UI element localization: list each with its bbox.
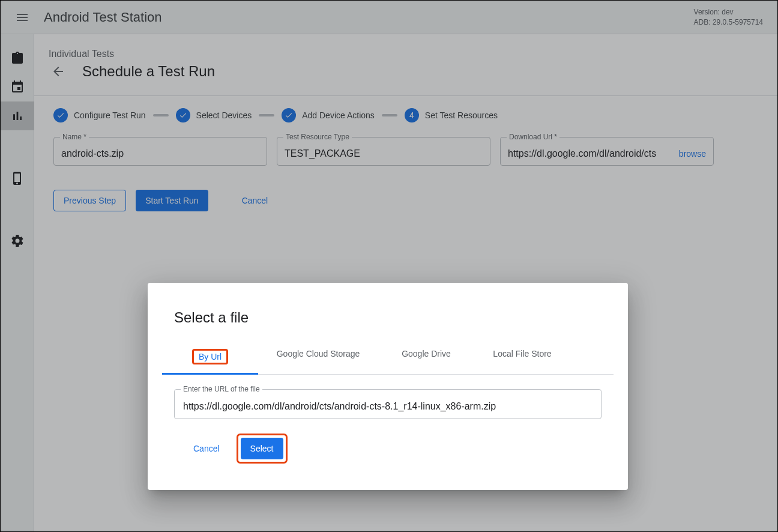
tab-label: By Url	[192, 349, 228, 364]
tab-by-url[interactable]: By Url	[162, 340, 258, 375]
dialog-select-button[interactable]: Select	[241, 438, 283, 459]
tab-local[interactable]: Local File Store	[474, 340, 570, 374]
dialog-cancel-button[interactable]: Cancel	[184, 438, 229, 459]
tab-gcs[interactable]: Google Cloud Storage	[258, 340, 378, 374]
url-input-field[interactable]: Enter the URL of the file	[174, 389, 602, 419]
select-highlight: Select	[237, 434, 288, 464]
select-file-dialog: Select a file By Url Google Cloud Storag…	[148, 283, 628, 490]
dialog-tabs: By Url Google Cloud Storage Google Drive…	[162, 340, 614, 375]
url-input[interactable]	[182, 401, 594, 413]
modal-scrim[interactable]: Select a file By Url Google Cloud Storag…	[1, 1, 777, 531]
tab-gdrive[interactable]: Google Drive	[378, 340, 474, 374]
field-label: Enter the URL of the file	[181, 385, 262, 393]
dialog-title: Select a file	[174, 309, 602, 326]
